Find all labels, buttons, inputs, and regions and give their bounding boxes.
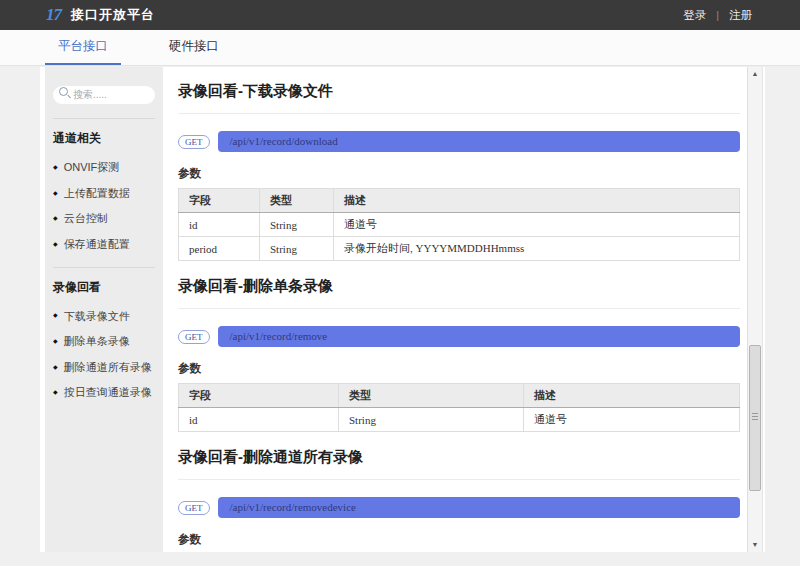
- col-header-field: 字段: [179, 189, 260, 213]
- col-header-field: 字段: [179, 384, 339, 408]
- login-link[interactable]: 登录: [673, 8, 716, 23]
- cell-type: String: [339, 408, 524, 432]
- sidebar-item-upload-config[interactable]: ◆ 上传配置数据: [53, 187, 155, 200]
- sidebar: 通道相关 ◆ ONVIF探测 ◆ 上传配置数据 ◆ 云台控制 ◆ 保存通道配置 …: [45, 67, 163, 552]
- col-header-type: 类型: [260, 189, 334, 213]
- cell-description: 通道号: [334, 213, 740, 237]
- endpoint-url: /api/v1/record/removedevice: [218, 497, 741, 518]
- cell-field: id: [179, 408, 339, 432]
- register-link[interactable]: 注册: [719, 8, 762, 23]
- cell-description: 通道号: [524, 408, 740, 432]
- table-row: period String 录像开始时间, YYYYMMDDHHmmss: [179, 237, 740, 261]
- params-label: 参数: [178, 361, 740, 376]
- scroll-up-icon[interactable]: ▲: [748, 68, 762, 80]
- params-table: 字段 类型 描述 id String 通道号: [178, 383, 740, 432]
- sidebar-item-label: ONVIF探测: [64, 161, 120, 174]
- endpoint-row: GET /api/v1/record/removedevice: [178, 497, 740, 518]
- http-method-badge: GET: [178, 135, 210, 149]
- table-header-row: 字段 类型 描述: [179, 384, 740, 408]
- sidebar-group-title-playback: 录像回看: [53, 279, 155, 296]
- app-title: 接口开放平台: [71, 6, 155, 24]
- cell-description: 录像开始时间, YYYYMMDDHHmmss: [334, 237, 740, 261]
- app-header: 17 接口开放平台 登录 | 注册: [0, 0, 800, 30]
- sidebar-item-remove-device-records[interactable]: ◆ 删除通道所有录像: [53, 361, 155, 374]
- cell-field: id: [179, 213, 260, 237]
- http-method-badge: GET: [178, 501, 210, 515]
- diamond-bullet-icon: ◆: [53, 312, 58, 319]
- section-title-remove-record: 录像回看-删除单条录像: [178, 277, 740, 296]
- diamond-bullet-icon: ◆: [53, 164, 58, 171]
- diamond-bullet-icon: ◆: [53, 215, 58, 222]
- endpoint-row: GET /api/v1/record/remove: [178, 326, 740, 347]
- sidebar-item-download-record[interactable]: ◆ 下载录像文件: [53, 310, 155, 323]
- logo-icon: 17: [46, 5, 61, 25]
- sidebar-group-title-channel: 通道相关: [53, 130, 155, 147]
- diamond-bullet-icon: ◆: [53, 241, 58, 248]
- endpoint-url: /api/v1/record/remove: [218, 326, 741, 347]
- cell-type: String: [260, 237, 334, 261]
- sidebar-item-label: 保存通道配置: [64, 238, 130, 251]
- scroll-down-icon[interactable]: ▼: [748, 539, 762, 551]
- section-title-remove-device-records: 录像回看-删除通道所有录像: [178, 448, 740, 467]
- cell-type: String: [260, 213, 334, 237]
- scrollbar-thumb[interactable]: [749, 345, 761, 491]
- cell-field: period: [179, 237, 260, 261]
- vertical-scrollbar[interactable]: ▲ ▼: [747, 67, 763, 552]
- tab-hardware-api[interactable]: 硬件接口: [156, 30, 232, 65]
- search-box: [53, 84, 155, 102]
- sidebar-item-label: 云台控制: [64, 212, 108, 225]
- diamond-bullet-icon: ◆: [53, 190, 58, 197]
- params-label: 参数: [178, 532, 740, 547]
- content-area: 录像回看-下载录像文件 GET /api/v1/record/download …: [163, 67, 746, 552]
- params-label: 参数: [178, 166, 740, 181]
- col-header-type: 类型: [339, 384, 524, 408]
- sidebar-item-onvif-probe[interactable]: ◆ ONVIF探测: [53, 161, 155, 174]
- sidebar-item-label: 上传配置数据: [64, 187, 130, 200]
- diamond-bullet-icon: ◆: [53, 338, 58, 345]
- endpoint-url: /api/v1/record/download: [218, 131, 741, 152]
- sidebar-divider: [53, 118, 155, 119]
- endpoint-row: GET /api/v1/record/download: [178, 131, 740, 152]
- col-header-description: 描述: [334, 189, 740, 213]
- sidebar-item-query-records-by-day[interactable]: ◆ 按日查询通道录像: [53, 386, 155, 399]
- sidebar-item-label: 删除通道所有录像: [64, 361, 152, 374]
- tab-bar: 平台接口 硬件接口: [0, 30, 800, 66]
- section-divider: [178, 308, 740, 309]
- section-divider: [178, 479, 740, 480]
- sidebar-item-label: 下载录像文件: [64, 310, 130, 323]
- sidebar-item-save-channel-config[interactable]: ◆ 保存通道配置: [53, 238, 155, 251]
- diamond-bullet-icon: ◆: [53, 364, 58, 371]
- sidebar-divider: [53, 267, 155, 268]
- params-table: 字段 类型 描述 id String 通道号 period String 录像开…: [178, 188, 740, 261]
- sidebar-item-label: 按日查询通道录像: [64, 386, 152, 399]
- search-icon: [59, 87, 68, 96]
- table-row: id String 通道号: [179, 408, 740, 432]
- diamond-bullet-icon: ◆: [53, 389, 58, 396]
- table-row: id String 通道号: [179, 213, 740, 237]
- col-header-description: 描述: [524, 384, 740, 408]
- main-panel: 通道相关 ◆ ONVIF探测 ◆ 上传配置数据 ◆ 云台控制 ◆ 保存通道配置 …: [40, 67, 765, 552]
- section-divider: [178, 113, 740, 114]
- sidebar-item-label: 删除单条录像: [64, 335, 130, 348]
- sidebar-item-ptz-control[interactable]: ◆ 云台控制: [53, 212, 155, 225]
- http-method-badge: GET: [178, 330, 210, 344]
- table-header-row: 字段 类型 描述: [179, 189, 740, 213]
- tab-platform-api[interactable]: 平台接口: [45, 30, 121, 65]
- section-title-download-record: 录像回看-下载录像文件: [178, 82, 740, 101]
- header-auth-links: 登录 | 注册: [673, 8, 762, 23]
- scrollbar-grip: [752, 413, 758, 421]
- sidebar-item-remove-record[interactable]: ◆ 删除单条录像: [53, 335, 155, 348]
